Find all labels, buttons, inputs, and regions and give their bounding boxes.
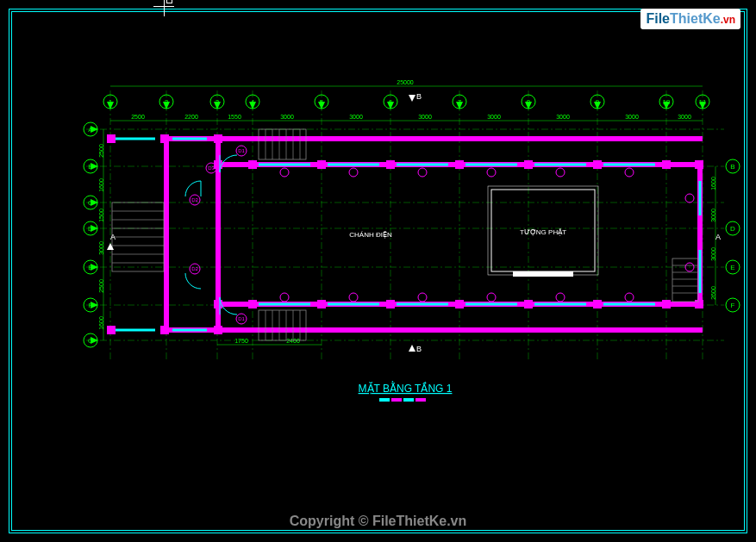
svg-rect-122 [593, 160, 602, 169]
stairs [112, 129, 698, 340]
wall-openings [114, 139, 700, 330]
svg-text:F: F [731, 302, 735, 309]
svg-rect-133 [695, 300, 703, 308]
svg-text:1550: 1550 [228, 114, 241, 120]
dim-total-width: 25000 [397, 79, 414, 85]
dimensions-left: 2500 1600 1500 3000 2500 1600 [98, 129, 104, 340]
svg-text:1600: 1600 [98, 316, 104, 330]
svg-text:B: B [416, 345, 422, 353]
svg-marker-204 [409, 345, 415, 352]
doors [185, 155, 237, 315]
svg-marker-202 [409, 95, 415, 102]
svg-rect-117 [248, 160, 257, 169]
svg-point-189 [625, 168, 634, 177]
grid-bubbles-rows-right: B D E F [726, 159, 740, 312]
svg-text:3000: 3000 [710, 209, 716, 222]
svg-text:A: A [715, 233, 721, 241]
svg-rect-92 [216, 327, 703, 333]
svg-point-184 [280, 168, 289, 177]
svg-text:B: B [416, 92, 422, 101]
svg-text:E: E [730, 264, 734, 271]
svg-text:2500: 2500 [98, 279, 104, 293]
callouts: D1 D3 D2 D2 D1 [190, 146, 694, 324]
svg-rect-129 [455, 300, 464, 308]
svg-rect-127 [317, 300, 326, 308]
svg-text:1600: 1600 [710, 177, 716, 190]
svg-point-196 [685, 194, 694, 202]
svg-text:2500: 2500 [98, 144, 104, 158]
svg-rect-138 [107, 134, 116, 143]
section-markers: A A B B [107, 92, 721, 353]
svg-text:D1: D1 [238, 148, 245, 153]
svg-rect-121 [524, 160, 533, 169]
svg-point-191 [349, 293, 358, 302]
svg-rect-132 [662, 300, 671, 308]
grid-vertical [110, 90, 703, 362]
stair-west [112, 202, 164, 271]
svg-text:1600: 1600 [98, 178, 104, 192]
svg-rect-206 [391, 398, 402, 402]
svg-point-190 [280, 293, 289, 302]
svg-rect-119 [386, 160, 395, 169]
svg-rect-128 [386, 300, 395, 308]
svg-point-185 [349, 168, 358, 177]
svg-text:3000: 3000 [98, 241, 104, 255]
svg-text:2500: 2500 [131, 114, 145, 120]
drawing-title: MẶT BẰNG TẦNG 1 [359, 381, 453, 395]
svg-rect-118 [317, 160, 326, 169]
svg-rect-139 [107, 326, 116, 334]
svg-marker-199 [107, 243, 114, 250]
svg-rect-142 [513, 271, 573, 277]
copyright-notice: Copyright © FileThietKe.vn [0, 514, 756, 529]
title-scale-bar [379, 398, 426, 402]
svg-text:3000: 3000 [556, 114, 570, 120]
svg-point-194 [556, 293, 565, 302]
svg-text:3000: 3000 [710, 247, 716, 261]
svg-rect-89 [216, 136, 703, 141]
svg-text:D2: D2 [191, 197, 198, 202]
svg-text:3000: 3000 [280, 114, 294, 120]
svg-point-192 [418, 293, 427, 302]
grid-bubbles-cols: 1 2 3 4 5 6 7 8 9 10 11 [103, 95, 709, 109]
svg-text:D2: D2 [191, 266, 198, 271]
grid-bubbles-rows: A B C D E F G [84, 122, 98, 347]
svg-text:1750: 1750 [234, 338, 248, 344]
svg-rect-131 [593, 300, 602, 308]
svg-text:3000: 3000 [418, 114, 432, 120]
svg-point-188 [556, 168, 565, 177]
svg-rect-208 [415, 398, 426, 402]
svg-rect-124 [695, 160, 703, 169]
svg-text:D3: D3 [208, 165, 215, 171]
svg-text:B: B [730, 163, 734, 171]
svg-text:D1: D1 [238, 316, 245, 321]
svg-text:3000: 3000 [625, 114, 639, 120]
room-label-altar: TƯỢNG PHẬT [520, 228, 566, 236]
svg-text:2600: 2600 [710, 286, 716, 300]
svg-rect-120 [455, 160, 464, 169]
stair-nw [259, 129, 306, 159]
svg-rect-207 [403, 398, 414, 402]
floor-plan-canvas: 1 2 3 4 5 6 7 8 9 10 11 A B C D E F G B … [0, 0, 756, 542]
stair-east [672, 259, 698, 302]
svg-text:1500: 1500 [98, 209, 104, 222]
svg-point-186 [418, 168, 427, 177]
svg-point-193 [487, 293, 496, 302]
svg-text:A: A [110, 233, 116, 241]
svg-rect-135 [160, 326, 169, 334]
grid-horizontal [86, 129, 724, 340]
svg-rect-165 [672, 259, 698, 302]
svg-text:3000: 3000 [349, 114, 363, 120]
svg-rect-95 [164, 136, 169, 333]
stair-sw [259, 310, 306, 340]
svg-text:3000: 3000 [487, 114, 501, 120]
svg-text:2200: 2200 [184, 114, 198, 120]
svg-rect-205 [379, 398, 390, 402]
svg-rect-130 [524, 300, 533, 308]
svg-text:3000: 3000 [678, 114, 691, 120]
svg-rect-123 [662, 160, 671, 169]
svg-rect-134 [160, 134, 169, 143]
svg-point-195 [625, 293, 634, 302]
svg-rect-137 [214, 326, 222, 334]
svg-point-187 [487, 168, 496, 177]
svg-rect-126 [248, 300, 257, 308]
